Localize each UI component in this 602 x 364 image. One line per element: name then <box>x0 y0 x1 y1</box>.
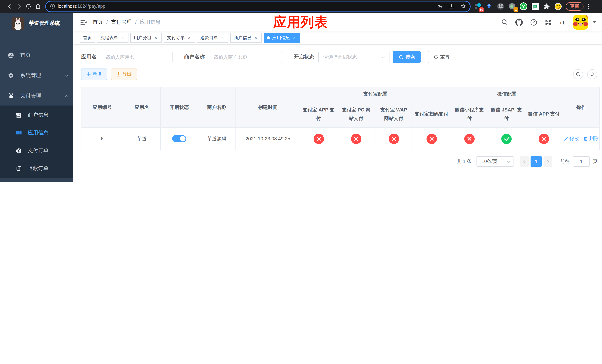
delete-link[interactable]: 删除 <box>583 135 599 142</box>
main-area: 首页 / 支付管理 / 应用信息 <box>73 13 602 182</box>
tag-process-form[interactable]: 流程表单× <box>97 33 129 43</box>
browser-forward-icon[interactable] <box>14 1 24 11</box>
sidebar-item-payment[interactable]: 支付管理 <box>0 86 73 106</box>
url-host: localhost <box>58 4 76 9</box>
refresh-icon <box>590 72 595 77</box>
yen-icon <box>8 93 14 99</box>
browser-back-icon[interactable] <box>4 1 14 11</box>
close-icon[interactable]: × <box>292 35 297 40</box>
browser-home-icon[interactable] <box>33 1 43 11</box>
refresh-table-button[interactable] <box>587 69 597 79</box>
chevron-down-icon <box>65 74 69 78</box>
export-button[interactable]: 导出 <box>111 68 137 80</box>
col-merchant: 商户名称 <box>198 87 236 128</box>
bookmark-star-icon[interactable] <box>460 3 466 9</box>
yen-circle-icon <box>16 148 22 154</box>
tag-merchant-info[interactable]: 商户信息× <box>230 33 262 43</box>
goto-page-input[interactable] <box>573 156 590 167</box>
goto-label: 前往 <box>560 158 570 165</box>
sidebar-item-pay-order[interactable]: 支付订单 <box>0 142 73 160</box>
font-size-icon[interactable]: тT <box>559 19 566 26</box>
site-info-icon[interactable] <box>50 4 55 9</box>
close-icon[interactable]: × <box>220 35 225 40</box>
total-count: 共 1 条 <box>457 158 472 165</box>
fullscreen-icon[interactable] <box>544 19 552 26</box>
sidebar-item-label: 退款订单 <box>28 165 49 172</box>
sidebar-menu: 首页 系统管理 支付管理 <box>0 34 73 182</box>
extension-puzzle-icon[interactable] <box>542 2 550 10</box>
sidebar-item-refund-order[interactable]: 退款订单 <box>0 160 73 177</box>
chevron-down-icon <box>381 55 386 59</box>
add-button[interactable]: 新增 <box>81 68 107 80</box>
col-alipay-qr: 支付宝扫码支付 <box>412 101 451 128</box>
active-dot <box>267 36 270 39</box>
sidebar-logo[interactable]: 芋道管理系统 <box>0 13 73 34</box>
tag-home[interactable]: 首页 <box>80 33 95 43</box>
github-icon[interactable] <box>515 19 523 26</box>
app-window: 芋道管理系统 首页 系统管理 <box>0 13 602 182</box>
sidebar-item-label: 首页 <box>20 52 31 58</box>
extension-gem-icon[interactable] <box>485 2 493 10</box>
search-button[interactable]: 搜索 <box>393 51 420 63</box>
app-name-input[interactable] <box>101 51 172 63</box>
reset-button[interactable]: 重置 <box>428 51 455 63</box>
share-icon[interactable] <box>449 3 454 9</box>
tag-app-info[interactable]: 应用信息× <box>264 33 300 43</box>
close-icon[interactable]: × <box>253 35 258 40</box>
extension-y-icon[interactable] <box>519 2 527 10</box>
extension-command-icon[interactable] <box>496 2 505 10</box>
tag-refund-order[interactable]: 退款订单× <box>197 33 228 43</box>
page-size-select[interactable]: 10条/页 <box>476 156 514 167</box>
close-icon[interactable]: × <box>187 35 192 40</box>
sidebar-item-merchant-info[interactable]: 商户信息 <box>0 106 73 124</box>
dashboard-icon <box>8 52 14 58</box>
status-label: 开启状态 <box>294 54 314 60</box>
help-icon[interactable] <box>530 19 537 26</box>
browser-toolbar: localhost:1024/pay/app 10 1 <box>0 0 602 13</box>
navbar-actions: тT <box>501 15 596 30</box>
close-icon[interactable]: × <box>120 35 125 40</box>
sidebar-item-system[interactable]: 系统管理 <box>0 66 73 85</box>
app-name-label: 应用名 <box>81 54 97 60</box>
breadcrumb-home[interactable]: 首页 <box>93 19 103 26</box>
next-page-button[interactable] <box>544 156 552 167</box>
merchant-name-input[interactable] <box>209 51 282 63</box>
extension-emoji-icon[interactable] <box>554 2 562 10</box>
prev-page-button[interactable] <box>520 156 529 167</box>
sidebar-item-home[interactable]: 首页 <box>0 45 73 65</box>
sidebar-item-label: 商户信息 <box>28 112 49 118</box>
browser-refresh-icon[interactable] <box>24 1 33 11</box>
show-search-toggle-button[interactable] <box>573 69 583 79</box>
download-icon <box>116 72 121 76</box>
avatar-dropdown-caret-icon[interactable] <box>593 21 596 23</box>
edit-link[interactable]: 修改 <box>564 136 579 142</box>
tag-pay-order[interactable]: 支付订单× <box>164 33 195 43</box>
extension-recorder-icon[interactable]: 1 <box>508 2 516 10</box>
user-avatar[interactable] <box>573 15 588 30</box>
tag-user-group[interactable]: 用户分组× <box>130 33 162 43</box>
plus-icon <box>87 72 91 76</box>
sidebar-item-app-info[interactable]: 应用信息 <box>0 124 73 142</box>
documents-icon <box>16 165 22 172</box>
extension-tabs-icon[interactable]: 10 <box>473 2 482 10</box>
col-alipay-wap: 支付宝 WAP 网站支付 <box>375 101 412 128</box>
address-bar[interactable]: localhost:1024/pay/app <box>46 1 470 11</box>
app-table: 应用编号 应用名 开启状态 商户名称 创建时间 支付宝配置 微信配置 操作 支付… <box>81 87 600 150</box>
status-select[interactable]: 请选择开启状态 <box>318 51 389 63</box>
sidebar-collapse-icon[interactable] <box>79 18 87 26</box>
merchant-name-label: 商户名称 <box>184 54 205 60</box>
table-row: 6 芋道 芋道源码 2021-10-23 08:49:25 <box>81 128 600 150</box>
header-search-icon[interactable] <box>501 19 508 26</box>
pencil-icon <box>564 137 568 141</box>
browser-menu-icon[interactable] <box>585 2 592 10</box>
password-key-icon[interactable] <box>437 3 443 9</box>
sidebar-item-label: 应用信息 <box>28 130 49 136</box>
current-page-button[interactable]: 1 <box>531 156 542 167</box>
sidebar-item-infrastructure[interactable]: 基础设施 <box>0 179 73 182</box>
breadcrumb-payment[interactable]: 支付管理 <box>111 19 132 26</box>
trash-icon <box>583 136 588 141</box>
browser-update-button[interactable]: 更新 <box>566 2 583 11</box>
close-icon[interactable]: × <box>153 35 159 40</box>
enabled-toggle[interactable] <box>172 135 186 142</box>
extension-chat-icon[interactable] <box>531 2 539 10</box>
